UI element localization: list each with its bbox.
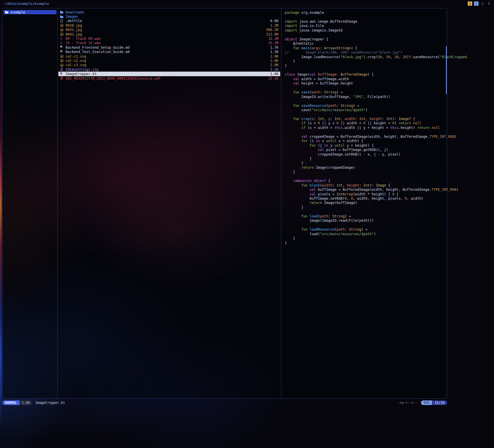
code-line: ImageIO.write(buffImage, "JPG", File(pat… [285, 95, 447, 99]
status-left: NORMAL 1.6K ImageCropper.kt [2, 400, 65, 405]
code-token [285, 144, 310, 148]
file-row[interactable]: .dotfile0.0B [58, 19, 280, 23]
code-token: ImageIO.write(buffImage, [285, 95, 353, 99]
code-token: Int [337, 183, 343, 187]
code-token: if [301, 126, 305, 130]
code-line [285, 33, 447, 37]
code-token: import [285, 24, 297, 28]
parent-directory-item[interactable]: example [3, 10, 56, 14]
code-token: ) [454, 135, 456, 139]
file-row[interactable]: 15 - Track 15.wav15.3M [58, 41, 280, 45]
file-size: 586.3K [264, 28, 278, 32]
code-line: } [285, 157, 447, 161]
code-token: save( [285, 108, 312, 112]
code-token: ): [392, 117, 399, 121]
code-token: : [359, 183, 363, 187]
file-name: 15 - Track 15.wav [66, 41, 101, 45]
code-line: fun load(path: String) = [285, 214, 447, 219]
file-row[interactable]: Backend_Frontend_Setup_Guide.md1.7K [58, 45, 280, 50]
preview-scrollbar[interactable] [446, 46, 447, 94]
code-token: , File(path)) [363, 95, 390, 99]
md-icon [60, 50, 64, 54]
code-token [299, 90, 301, 94]
file-row[interactable]: cal-c1.svg2.9K [58, 54, 280, 58]
code-token: : [314, 117, 318, 121]
code-token: in [316, 139, 320, 143]
code-token [285, 77, 293, 81]
code-token: } [394, 192, 398, 196]
code-token: path [320, 214, 328, 218]
code-token: : [337, 72, 341, 76]
code-token: buffImage = BufferedImage(width, height,… [316, 188, 432, 192]
workspace-tab[interactable]: 3 [487, 1, 491, 6]
file-row[interactable]: 0031.jpg586.3K [58, 28, 280, 32]
file-row[interactable]: cal-c3.svg2.9K [58, 63, 280, 67]
code-line: } [285, 64, 447, 68]
code-line: } [285, 161, 447, 165]
file-name: cal-c2.svg [66, 59, 86, 63]
code-token [285, 183, 301, 187]
code-line: fun main(args: Array<String>) { [285, 46, 447, 50]
file-row[interactable]: cal-c2.svg2.9K [58, 58, 280, 63]
code-line: } [285, 236, 447, 241]
image-icon [60, 24, 64, 27]
file-size: 2.9K [268, 59, 278, 63]
file-row[interactable]: 0042.jpg212.9K [58, 32, 280, 36]
file-row[interactable]: Backend_Test_Execution_Guide.md1.3K [58, 50, 280, 54]
kt-icon [60, 72, 64, 76]
code-line: if (x + width > this.width || y + height… [285, 126, 447, 130]
code-token: String [341, 104, 353, 108]
file-size: 1.6K [268, 72, 278, 76]
file-row[interactable]: Downloads [58, 10, 280, 14]
code-token: (j [316, 144, 324, 148]
code-token [285, 126, 301, 130]
file-row[interactable]: ImageCropper.kt1.6K [58, 72, 280, 76]
code-token: ) = [345, 214, 351, 218]
code-token: { [326, 179, 330, 183]
code-line: class Image(val buffImage: BufferedImage… [285, 72, 447, 77]
code-token: y + height) { [345, 144, 374, 148]
workspace-tab[interactable]: 1 [474, 1, 479, 6]
zip-icon [60, 68, 64, 71]
code-token [285, 46, 293, 50]
code-line: } [285, 241, 447, 245]
code-token: val [301, 135, 308, 139]
code-token: x [320, 139, 326, 143]
code-token: TYPE_INT_RGB [430, 135, 455, 139]
file-row[interactable]: IDEAsettings.zip5.2K [58, 67, 280, 72]
code-token: load [310, 214, 318, 218]
file-name: Images [66, 15, 78, 19]
code-token: , [390, 55, 394, 59]
code-line: val height = buffImage.height [285, 81, 447, 86]
code-token: "black.jpg" [341, 55, 363, 59]
code-token [307, 227, 309, 231]
file-row[interactable]: Images [58, 14, 280, 19]
code-line [285, 99, 447, 103]
file-size: 0.0B [268, 19, 278, 23]
code-token: ( [310, 46, 312, 50]
code-token: java.io.File [297, 24, 324, 28]
code-token: buffImage [318, 72, 337, 76]
file-row[interactable]: 0028.jpg1.3M [58, 23, 280, 27]
code-line: return Image(croppedImage) [285, 166, 447, 170]
file-row[interactable]: 09 - Track 09.wav15.3M [58, 36, 280, 41]
file-name: IDEAsettings.zip [66, 68, 99, 72]
code-line: val pixel = buffImage.getRGB(i, j) [285, 148, 447, 152]
code-token: BufferedImage [341, 72, 367, 76]
code-token: , width, height, pixels, [353, 197, 405, 201]
code-token: return [398, 121, 411, 125]
code-token [285, 117, 293, 121]
code-token [430, 126, 432, 130]
code-token: saveResource [301, 104, 326, 108]
file-row[interactable]: SBI_0032013739_2023_DE05_0003155631Invoi… [58, 76, 280, 80]
code-token [285, 227, 301, 231]
code-token: height [369, 117, 382, 121]
workspace-tab[interactable]: 2 [480, 1, 485, 6]
workspace-tab[interactable]: 1 [468, 1, 472, 6]
code-token: width [345, 117, 355, 121]
code-token: Image(buffImage) [322, 201, 357, 205]
cursor-position-badge: 15/16 [432, 400, 447, 405]
code-line [285, 210, 447, 214]
code-token: class [285, 72, 295, 76]
image-icon [60, 59, 64, 62]
